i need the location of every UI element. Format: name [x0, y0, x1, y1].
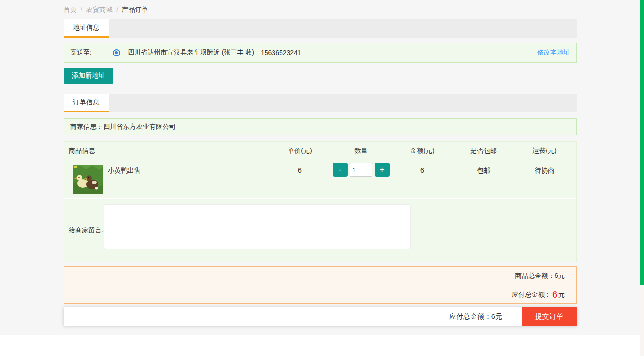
shipping-address-box: 寄送至: 四川省达州市宣汉县老车坝附近 (张三丰 收) 15636523241 … [64, 43, 577, 63]
add-new-address-button[interactable]: 添加新地址 [64, 68, 113, 84]
merchant-label: 商家信息： [70, 123, 103, 131]
tab-order-info[interactable]: 订单信息 [64, 94, 109, 112]
merchant-message-row: 给商家留言: [64, 199, 576, 263]
merchant-message-textarea[interactable] [104, 204, 411, 249]
merchant-name: 四川省东方农业有限公司 [103, 123, 176, 131]
payable-total-unit: 元 [558, 291, 565, 299]
header-unit-price: 单价(元) [269, 147, 330, 155]
breadcrumb-home[interactable]: 首页 [64, 6, 77, 14]
ship-to-label: 寄送至: [70, 48, 92, 57]
merchant-info-box: 商家信息： 四川省东方农业有限公司 [64, 118, 577, 135]
submit-order-button[interactable]: 提交订单 [522, 307, 577, 326]
address-tabbar: 地址信息 [64, 19, 577, 38]
table-row: 小黄鸭出售 6 - + 6 包邮 待协商 [64, 160, 576, 198]
product-info-cell: 小黄鸭出售 [64, 160, 269, 194]
quantity-stepper: - + [330, 160, 392, 177]
checkout-bar: 应付总金额：6元 提交订单 [64, 307, 577, 326]
address-phone: 15636523241 [261, 49, 301, 56]
payable-total-value: 6 [552, 289, 557, 300]
goods-total-label: 商品总金额： [515, 272, 555, 280]
scrollbar-thumb[interactable] [640, 0, 644, 285]
unit-price-value: 6 [269, 160, 330, 174]
goods-total-value: 6元 [555, 272, 565, 280]
product-name[interactable]: 小黄鸭出售 [108, 166, 141, 194]
breadcrumb-mall[interactable]: 农贸商城 [86, 6, 113, 14]
amount-value: 6 [392, 160, 453, 174]
duckling-photo-placeholder [73, 165, 103, 194]
address-radio-selected[interactable] [113, 49, 120, 56]
footer-strip [0, 335, 644, 356]
breadcrumb-current-page: 产品订单 [122, 6, 148, 14]
order-table-header: 商品信息 单价(元) 数量 金额(元) 是否包邮 运费(元) [64, 142, 576, 160]
header-product-info: 商品信息 [64, 147, 269, 155]
header-shipping-fee: 运费(元) [514, 147, 575, 155]
header-free-shipping: 是否包邮 [453, 147, 514, 155]
order-summary-box: 商品总金额： 6元 应付总金额： 6 元 [64, 266, 577, 304]
breadcrumb-separator: / [80, 6, 82, 14]
address-text: 四川省达州市宣汉县老车坝附近 (张三丰 收) [128, 48, 254, 57]
header-amount: 金额(元) [392, 147, 453, 155]
quantity-input[interactable] [350, 163, 372, 177]
message-label: 给商家留言: [69, 226, 104, 263]
order-tabbar: 订单信息 [64, 94, 577, 112]
free-shipping-value: 包邮 [453, 160, 514, 175]
breadcrumb-separator: / [116, 6, 118, 14]
breadcrumb: 首页 / 农贸商城 / 产品订单 [64, 6, 148, 14]
order-items-section: 商品信息 单价(元) 数量 金额(元) 是否包邮 运费(元) [64, 141, 577, 262]
header-quantity: 数量 [330, 147, 392, 155]
checkout-total-text: 应付总金额：6元 [449, 312, 502, 321]
quantity-minus-button[interactable]: - [333, 163, 348, 177]
edit-address-link[interactable]: 修改本地址 [537, 48, 570, 57]
tab-address-info[interactable]: 地址信息 [64, 19, 109, 38]
payable-total-row: 应付总金额： 6 元 [64, 285, 576, 304]
product-image [73, 165, 103, 194]
goods-total-row: 商品总金额： 6元 [64, 267, 576, 285]
shipping-fee-value: 待协商 [514, 160, 575, 175]
quantity-plus-button[interactable]: + [375, 163, 390, 177]
payable-total-label: 应付总金额： [512, 291, 551, 299]
